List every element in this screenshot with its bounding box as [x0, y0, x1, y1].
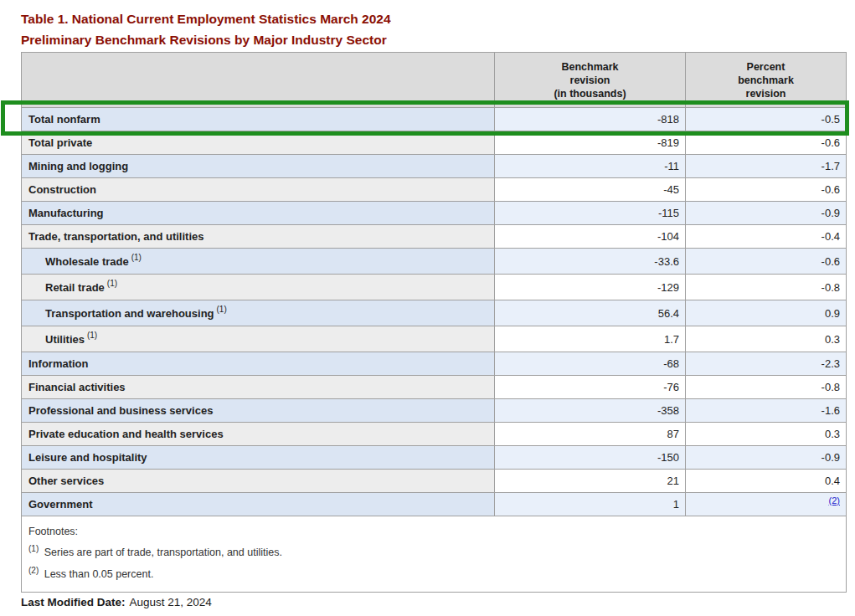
- benchmark-revision-value: -11: [495, 155, 686, 178]
- page-title-line2: Preliminary Benchmark Revisions by Major…: [21, 29, 391, 50]
- row-label: Transportation and warehousing: [45, 307, 214, 320]
- footnotes-list: (1) Series are part of trade, transporta…: [28, 542, 839, 585]
- benchmark-revision-value: -104: [495, 225, 686, 249]
- footnote-text: Less than 0.05 percent.: [41, 568, 153, 580]
- benchmark-revision-value: 87: [495, 423, 686, 446]
- row-label: Wholesale trade: [45, 255, 129, 268]
- benchmark-revision-value: -819: [495, 131, 686, 155]
- percent-revision-value: -0.8: [686, 376, 847, 399]
- footnote-ref: (1): [217, 305, 227, 314]
- table-row: Manufacturing -115 -0.9: [22, 202, 847, 225]
- row-label: Financial activities: [28, 381, 126, 393]
- table-row: Leisure and hospitality -150 -0.9: [22, 446, 847, 470]
- table-row: Mining and logging -11 -1.7: [22, 155, 847, 178]
- footnote-ref: (1): [131, 253, 142, 262]
- row-label: Construction: [28, 183, 96, 196]
- percent-revision-value: -0.9: [686, 446, 847, 470]
- row-label: Manufacturing: [28, 207, 104, 219]
- table-row: Total nonfarm -818 -0.5: [22, 108, 847, 131]
- table-row: Professional and business services -358 …: [22, 399, 847, 423]
- percent-revision-value: -2.3: [686, 352, 847, 376]
- footnote-link[interactable]: (2): [829, 495, 840, 506]
- table-body: Total nonfarm -818 -0.5 Total private -8…: [22, 108, 847, 516]
- footnote-marker: (1): [28, 544, 39, 553]
- benchmark-revision-value: 1.7: [495, 326, 686, 352]
- benchmark-revision-value: -33.6: [495, 249, 686, 275]
- last-modified-value: August 21, 2024: [130, 596, 212, 608]
- table-row: Construction -45 -0.6: [22, 178, 847, 202]
- table-row: Transportation and warehousing(1) 56.4 0…: [22, 300, 847, 326]
- table-row: Total private -819 -0.6: [22, 131, 847, 155]
- header-line: (in thousands): [496, 87, 684, 100]
- last-modified: Last Modified Date:August 21, 2024: [21, 596, 212, 608]
- percent-revision-value: -0.5: [686, 108, 847, 131]
- footnote-item: (1) Series are part of trade, transporta…: [28, 542, 839, 563]
- benchmark-revision-value: -115: [495, 202, 686, 225]
- table-row: Wholesale trade(1) -33.6 -0.6: [22, 249, 847, 275]
- footnotes-label: Footnotes:: [28, 521, 839, 542]
- page: Table 1. National Current Employment Sta…: [0, 0, 855, 616]
- footnotes-row: Footnotes: (1) Series are part of trade,…: [22, 516, 847, 593]
- benchmark-revision-value: -68: [495, 352, 686, 376]
- row-label: Retail trade: [45, 281, 105, 294]
- percent-revision-value: -0.9: [686, 202, 847, 225]
- header-industry: [22, 53, 495, 108]
- benchmark-revision-value: 1: [495, 493, 686, 516]
- page-title: Table 1. National Current Employment Sta…: [21, 8, 391, 50]
- benchmark-revision-value: -129: [495, 275, 686, 300]
- last-modified-label: Last Modified Date:: [21, 596, 126, 608]
- row-label: Government: [28, 498, 93, 511]
- row-label: Information: [28, 357, 89, 370]
- table-row: Other services 21 0.4: [22, 470, 847, 493]
- benchmark-revision-value: -818: [495, 108, 686, 131]
- table-row: Information -68 -2.3: [22, 352, 847, 376]
- footnote-ref: (1): [87, 331, 97, 340]
- header-percent-benchmark-revision: Percent benchmark revision: [686, 53, 847, 108]
- table-row: Private education and health services 87…: [22, 423, 847, 446]
- benchmark-revision-value: -45: [495, 178, 686, 202]
- table-row: Utilities(1) 1.7 0.3: [22, 326, 847, 352]
- benchmark-revision-value: 21: [495, 470, 686, 493]
- table-footnotes-section: Footnotes: (1) Series are part of trade,…: [22, 516, 847, 593]
- table-row: Government 1 (2): [22, 493, 847, 516]
- header-line: revision: [687, 87, 845, 100]
- percent-revision-value: -0.6: [686, 249, 847, 275]
- header-line: revision: [496, 74, 684, 87]
- row-label: Leisure and hospitality: [28, 451, 147, 464]
- benchmark-revision-value: -150: [495, 446, 686, 470]
- footnote-marker: (2): [28, 566, 39, 575]
- table-row: Retail trade(1) -129 -0.8: [22, 275, 847, 300]
- percent-revision-value: 0.3: [686, 326, 847, 352]
- percent-revision-value: 0.4: [686, 470, 847, 493]
- row-label: Utilities: [45, 333, 85, 346]
- percent-revision-value: 0.9: [686, 300, 847, 326]
- percent-revision-value: -0.8: [686, 275, 847, 300]
- row-label: Professional and business services: [28, 404, 213, 417]
- percent-revision-value: -0.6: [686, 178, 847, 202]
- row-label: Private education and health services: [28, 428, 224, 440]
- row-label: Total nonfarm: [28, 113, 100, 126]
- benchmark-revision-value: -358: [495, 399, 686, 423]
- header-line: benchmark: [687, 74, 845, 87]
- row-label: Mining and logging: [28, 160, 128, 172]
- footnote-ref: (1): [107, 279, 117, 288]
- percent-revision-value: -0.4: [686, 225, 847, 249]
- table-row: Trade, transportation, and utilities -10…: [22, 225, 847, 249]
- benchmark-revision-value: -76: [495, 376, 686, 399]
- percent-revision-value: -0.6: [686, 131, 847, 155]
- table-header: Benchmark revision (in thousands) Percen…: [22, 53, 847, 108]
- header-line: Benchmark: [496, 60, 684, 74]
- footnote-text: Series are part of trade, transportation…: [41, 547, 282, 558]
- benchmark-revision-value: 56.4: [495, 300, 686, 326]
- table-row: Financial activities -76 -0.8: [22, 376, 847, 399]
- footnote-item: (2) Less than 0.05 percent.: [28, 563, 839, 585]
- page-title-line1: Table 1. National Current Employment Sta…: [21, 8, 391, 29]
- header-line: Percent: [687, 60, 845, 74]
- row-label: Other services: [28, 475, 104, 487]
- percent-revision-value: (2): [686, 493, 847, 516]
- row-label: Total private: [28, 136, 92, 149]
- row-label: Trade, transportation, and utilities: [28, 230, 203, 243]
- benchmark-revisions-table: Benchmark revision (in thousands) Percen…: [21, 52, 847, 593]
- percent-revision-value: 0.3: [686, 423, 847, 446]
- header-benchmark-revision: Benchmark revision (in thousands): [495, 53, 686, 108]
